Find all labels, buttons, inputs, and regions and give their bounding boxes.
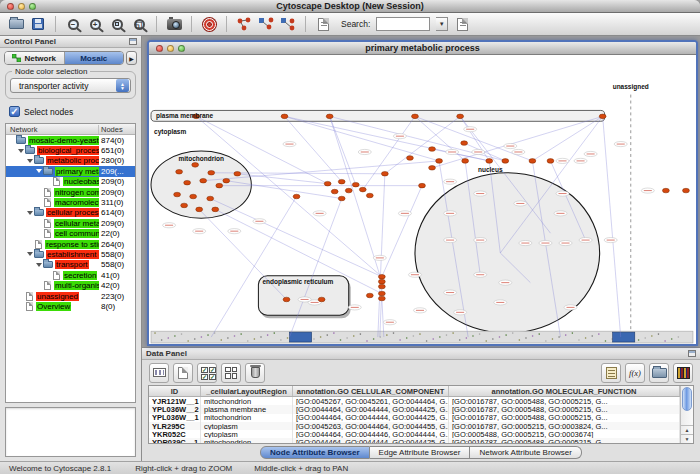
network-node[interactable]: [326, 114, 333, 119]
create-attribute-button[interactable]: [173, 363, 193, 383]
tree-row-metabolic-process[interactable]: metabolic process280(0): [6, 156, 135, 166]
network-node[interactable]: [345, 188, 352, 193]
node-color-dropdown[interactable]: transporter activity ▲▼: [10, 78, 131, 93]
table-row-ypl036w-1[interactable]: YPL036W__1mitochondrion[GO:0044464, GO:0…: [149, 414, 680, 422]
tree-column-nodes[interactable]: Nodes: [99, 125, 135, 134]
network-node[interactable]: [486, 159, 493, 164]
tab-edge-attribute-browser[interactable]: Edge Attribute Browser: [370, 446, 471, 459]
annotation-button[interactable]: [315, 15, 331, 33]
tab-node-attribute-browser[interactable]: Node Attribute Browser: [260, 446, 370, 459]
column-header-cellularlayoutregion[interactable]: _cellularLayoutRegion: [201, 386, 293, 396]
network-node[interactable]: [190, 194, 197, 199]
attribute-matrix-button[interactable]: [673, 363, 693, 383]
tree-row-macromolecule[interactable]: macromolecule311(0): [6, 197, 135, 207]
tree-row-cellular-process[interactable]: cellular process614(0): [6, 208, 135, 218]
network-node[interactable]: [352, 182, 359, 187]
inner-zoom-icon[interactable]: [178, 45, 185, 52]
float-panel-icon[interactable]: [129, 38, 137, 45]
network-node[interactable]: [192, 163, 199, 168]
network-node[interactable]: [174, 192, 181, 197]
network-node[interactable]: [529, 159, 536, 164]
network-node[interactable]: [223, 178, 230, 183]
tree-row-cellular-metabo[interactable]: cellular metabo209(0): [6, 218, 135, 228]
network-node[interactable]: [181, 203, 188, 208]
zoom-out-button[interactable]: −: [65, 15, 81, 33]
network-node[interactable]: [381, 171, 388, 176]
plasma-membrane-region[interactable]: [151, 110, 605, 121]
table-row-ydr039c-1[interactable]: YDR039C__1mitochondrion[GO:0044464, GO:0…: [149, 438, 680, 443]
network-node[interactable]: [683, 188, 690, 193]
column-header-id[interactable]: ID: [149, 386, 201, 396]
network-node[interactable]: [283, 297, 290, 302]
network-node[interactable]: [200, 178, 207, 183]
strip-selection-square[interactable]: [613, 332, 635, 342]
expander-icon[interactable]: [35, 263, 42, 267]
tree-row-primary-metabo[interactable]: primary metabo209(...: [6, 166, 135, 176]
network-node[interactable]: [547, 159, 554, 164]
network-node[interactable]: [662, 188, 669, 193]
network-node[interactable]: [331, 189, 338, 194]
import-attributes-button[interactable]: [649, 363, 669, 383]
network-node[interactable]: [412, 114, 419, 119]
network-node[interactable]: [293, 194, 300, 199]
snapshot-button[interactable]: [166, 15, 182, 33]
open-file-button[interactable]: [8, 15, 24, 33]
tree-row-biological-process[interactable]: biological_process651(0): [6, 145, 135, 155]
tree-column-network[interactable]: Network: [6, 125, 99, 134]
birds-eye-view[interactable]: [5, 407, 136, 457]
tree-row-multi-organism-pro[interactable]: multi-organism pro42(0): [6, 280, 135, 290]
network-view-titlebar[interactable]: primary metabolic process: [149, 42, 696, 55]
destroy-network-view-button[interactable]: [280, 15, 296, 33]
network-node[interactable]: [462, 159, 469, 164]
expander-icon[interactable]: [35, 169, 42, 173]
column-header-annotation-go-molecular-function[interactable]: annotation.GO MOLECULAR_FUNCTION: [449, 386, 680, 396]
save-session-button[interactable]: [30, 15, 46, 33]
network-node[interactable]: [318, 297, 325, 302]
scroll-up-icon[interactable]: ▲: [681, 425, 693, 434]
tree-row-cell-communicat[interactable]: cell communicat22(0): [6, 229, 135, 239]
bottom-cluster-strip[interactable]: [151, 331, 693, 343]
select-first-neighbors-button[interactable]: [236, 15, 252, 33]
minimize-window-icon[interactable]: [18, 3, 25, 10]
network-node[interactable]: [338, 196, 345, 201]
close-window-icon[interactable]: [7, 3, 14, 10]
table-row-ylr295c[interactable]: YLR295Ccytoplasm[GO:0045263, GO:0044464,…: [149, 422, 680, 430]
table-row-yjr121w-1[interactable]: YJR121W__1mitochondrion[GO:0045267, GO:0…: [149, 397, 680, 405]
network-node[interactable]: [234, 171, 241, 176]
select-all-attributes-button[interactable]: ✓✓✓✓: [197, 363, 217, 383]
network-node[interactable]: [281, 114, 288, 119]
network-node[interactable]: [436, 159, 443, 164]
network-node[interactable]: [429, 147, 436, 152]
network-node[interactable]: [216, 183, 223, 188]
tab-network[interactable]: Network: [5, 52, 64, 64]
network-canvas[interactable]: plasma membranecytoplasmmitochondrionnuc…: [149, 55, 696, 344]
tree-row-mosaic-demo-yeast[interactable]: mosaic-demo-yeast874(0): [6, 135, 135, 145]
attribute-columns-button[interactable]: [149, 363, 169, 383]
network-node[interactable]: [184, 180, 191, 185]
network-node[interactable]: [176, 170, 183, 175]
table-row-ykr052c[interactable]: YKR052Ccytoplasm[GO:0044464, GO:0044446,…: [149, 430, 680, 438]
tab-mosaic[interactable]: Mosaic: [64, 52, 124, 64]
tree-row-nitrogen-compo[interactable]: nitrogen compo209(0): [6, 187, 135, 197]
table-scrollbar[interactable]: ▲ ▼: [680, 386, 693, 443]
search-input[interactable]: [376, 17, 430, 31]
network-node[interactable]: [207, 196, 214, 201]
network-node[interactable]: [419, 183, 426, 188]
tree-row-response-to-stimulu[interactable]: response to stimulu264(0): [6, 239, 135, 249]
function-builder-button[interactable]: f(x): [625, 363, 645, 383]
unselect-all-attributes-button[interactable]: [221, 363, 241, 383]
tree-row-establishment-of-lo[interactable]: establishment of lo558(0): [6, 249, 135, 259]
tree-row-overview[interactable]: Overview8(0): [6, 301, 135, 311]
expander-icon[interactable]: [17, 149, 24, 153]
network-node[interactable]: [366, 293, 373, 298]
scroll-down-icon[interactable]: ▼: [681, 434, 693, 443]
advanced-search-button[interactable]: [454, 15, 470, 33]
zoom-window-icon[interactable]: [29, 3, 36, 10]
zoom-selected-button[interactable]: [109, 15, 125, 33]
network-node[interactable]: [196, 207, 203, 212]
tree-row-unassigned[interactable]: unassigned223(0): [6, 291, 135, 301]
network-node[interactable]: [212, 207, 219, 212]
network-node[interactable]: [461, 141, 468, 146]
network-node[interactable]: [378, 296, 385, 301]
zoom-fit-button[interactable]: ◱: [131, 15, 147, 33]
